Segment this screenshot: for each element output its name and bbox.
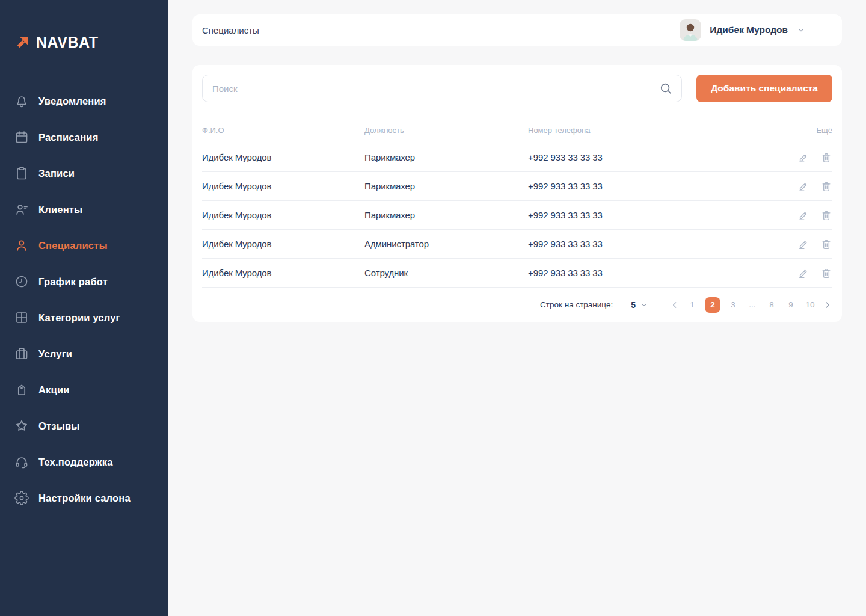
cell-phone: +992 933 33 33 33	[528, 268, 778, 278]
table-row: Идибек МуродовПарикмахер+992 933 33 33 3…	[202, 143, 832, 172]
star-icon	[14, 419, 29, 433]
sidebar-item-clients[interactable]: Клиенты	[0, 191, 168, 227]
rows-per-page-value: 5	[631, 300, 636, 310]
delete-icon[interactable]	[820, 180, 832, 192]
chevron-down-icon	[640, 301, 648, 309]
page-button-10[interactable]: 10	[803, 297, 817, 313]
page-button-3[interactable]: 3	[726, 297, 740, 313]
sidebar-item-salon-settings[interactable]: Настройки салона	[0, 480, 168, 516]
bell-icon	[14, 94, 29, 108]
row-actions	[778, 180, 832, 192]
grid-icon	[14, 310, 29, 325]
sidebar-item-promotions[interactable]: Акции	[0, 372, 168, 408]
sidebar-item-records[interactable]: Записи	[0, 155, 168, 191]
cell-position: Парикмахер	[364, 181, 528, 191]
row-actions	[778, 152, 832, 164]
add-specialist-button[interactable]: Добавить специалиста	[696, 75, 832, 102]
cell-name: Идибек Муродов	[202, 181, 364, 191]
row-actions	[778, 238, 832, 250]
sidebar-item-label: Категории услуг	[38, 312, 120, 324]
logo-arrow-icon	[14, 34, 31, 51]
avatar	[680, 19, 701, 41]
sidebar-item-support[interactable]: Тех.поддержка	[0, 444, 168, 480]
page-button-8[interactable]: 8	[765, 297, 778, 313]
cell-phone: +992 933 33 33 33	[528, 210, 778, 220]
next-page-icon[interactable]	[823, 300, 832, 310]
prev-page-icon[interactable]	[670, 300, 680, 310]
column-header: Должность	[364, 126, 528, 135]
sidebar-item-label: Тех.поддержка	[38, 457, 113, 468]
table-row: Идибек МуродовСотрудник+992 933 33 33 33	[202, 259, 832, 288]
sidebar-item-reviews[interactable]: Отзывы	[0, 408, 168, 444]
search-input[interactable]	[202, 75, 682, 102]
clients-icon	[14, 202, 29, 217]
calendar-icon	[14, 130, 29, 144]
cell-name: Идибек Муродов	[202, 268, 364, 278]
sidebar-item-label: График работ	[38, 276, 108, 288]
sidebar-item-label: Услуги	[38, 348, 72, 360]
cell-position: Сотрудник	[364, 268, 528, 278]
cell-name: Идибек Муродов	[202, 152, 364, 162]
table-row: Идибек МуродовАдминистратор+992 933 33 3…	[202, 230, 832, 259]
delete-icon[interactable]	[820, 267, 832, 279]
rows-per-page-label: Строк на странице:	[540, 300, 613, 309]
tag-icon	[14, 383, 29, 397]
sidebar: NAVBAT УведомленияРасписанияЗаписиКлиент…	[0, 0, 168, 616]
headset-icon	[14, 455, 29, 469]
sidebar-item-service-categories[interactable]: Категории услуг	[0, 300, 168, 336]
table-header: Ф.И.ОДолжностьНомер телефонаЕщё	[202, 118, 832, 143]
page-button-2[interactable]: 2	[705, 297, 720, 313]
edit-icon[interactable]	[797, 267, 809, 279]
table-footer: Строк на странице: 5 123...8910	[202, 288, 832, 322]
column-header: Ф.И.О	[202, 126, 364, 135]
sidebar-menu: УведомленияРасписанияЗаписиКлиентыСпециа…	[0, 83, 168, 516]
sidebar-item-label: Настройки салона	[38, 493, 131, 504]
cell-position: Парикмахер	[364, 152, 528, 162]
gear-icon	[14, 491, 29, 505]
edit-icon[interactable]	[797, 238, 809, 250]
sidebar-item-label: Записи	[38, 168, 75, 179]
pagination-ellipsis: ...	[746, 297, 759, 313]
sidebar-item-schedules[interactable]: Расписания	[0, 119, 168, 155]
table-body: Идибек МуродовПарикмахер+992 933 33 33 3…	[202, 143, 832, 288]
cell-name: Идибек Муродов	[202, 239, 364, 249]
edit-icon[interactable]	[797, 180, 809, 192]
sidebar-item-label: Расписания	[38, 132, 99, 143]
clock-icon	[14, 274, 29, 289]
column-header: Номер телефона	[528, 126, 778, 135]
user-name: Идибек Муродов	[710, 25, 788, 35]
sidebar-item-label: Клиенты	[38, 204, 82, 215]
sidebar-item-label: Отзывы	[38, 420, 80, 432]
user-icon	[14, 238, 29, 253]
clipboard-icon	[14, 166, 29, 180]
delete-icon[interactable]	[820, 152, 832, 164]
user-menu[interactable]: Идибек Муродов	[680, 19, 806, 41]
chevron-down-icon	[796, 25, 806, 35]
page-button-1[interactable]: 1	[686, 297, 699, 313]
sidebar-item-work-schedule[interactable]: График работ	[0, 263, 168, 300]
edit-icon[interactable]	[797, 209, 809, 221]
cell-name: Идибек Муродов	[202, 210, 364, 220]
logo[interactable]: NAVBAT	[0, 0, 168, 51]
row-actions	[778, 267, 832, 279]
search-field	[202, 75, 682, 102]
sidebar-item-notifications[interactable]: Уведомления	[0, 83, 168, 119]
table-row: Идибек МуродовПарикмахер+992 933 33 33 3…	[202, 201, 832, 230]
cell-position: Администратор	[364, 239, 528, 249]
sidebar-item-services[interactable]: Услуги	[0, 336, 168, 372]
cell-phone: +992 933 33 33 33	[528, 152, 778, 162]
row-actions	[778, 209, 832, 221]
sidebar-item-label: Специалисты	[38, 240, 108, 251]
delete-icon[interactable]	[820, 238, 832, 250]
app-root: NAVBAT УведомленияРасписанияЗаписиКлиент…	[0, 0, 866, 616]
main-content: Специалисты Идибек Муродов Доб	[168, 0, 866, 616]
briefcase-icon	[14, 346, 29, 361]
delete-icon[interactable]	[820, 209, 832, 221]
page-button-9[interactable]: 9	[784, 297, 797, 313]
content-card: Добавить специалиста Ф.И.ОДолжностьНомер…	[192, 65, 842, 322]
cell-phone: +992 933 33 33 33	[528, 239, 778, 249]
edit-icon[interactable]	[797, 152, 809, 164]
search-icon	[659, 82, 672, 95]
sidebar-item-specialists[interactable]: Специалисты	[0, 227, 168, 263]
rows-per-page-select[interactable]: 5	[631, 300, 648, 310]
